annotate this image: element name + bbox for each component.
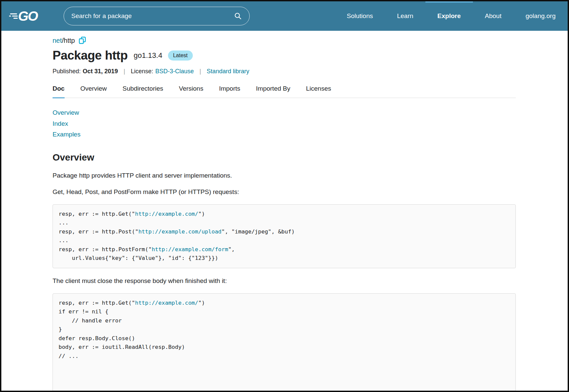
search-icon[interactable]	[234, 12, 242, 20]
code-url-link[interactable]: http://example.com/form	[152, 246, 228, 253]
tab-doc[interactable]: Doc	[53, 85, 65, 98]
code-text: resp, err := http.Get("	[59, 300, 135, 306]
code-text: resp, err := http.PostForm("	[59, 246, 152, 253]
code-text: resp, err := http.Post("	[59, 228, 138, 235]
code-text: ", "image/jpeg", &buf)	[222, 228, 295, 235]
breadcrumb-net-link[interactable]: net	[53, 37, 62, 44]
copy-path-icon[interactable]	[79, 36, 86, 44]
title-row: Package http go1.13.4 Latest	[53, 48, 516, 63]
package-meta: Published: Oct 31, 2019 | License: BSD-3…	[53, 68, 516, 75]
code-text: resp, err := http.Get("	[59, 211, 135, 217]
standard-library-link[interactable]: Standard library	[207, 68, 249, 75]
overview-heading: Overview	[53, 152, 516, 163]
breadcrumb: net/http	[53, 36, 516, 44]
package-version: go1.13.4	[134, 51, 162, 60]
code-text: defer resp.Body.Close()	[59, 335, 135, 341]
code-text: // ...	[59, 353, 79, 359]
code-text: ")	[198, 300, 205, 306]
go-logo-text: GO	[18, 9, 38, 23]
license-link[interactable]: BSD-3-Clause	[155, 68, 194, 75]
overview-paragraph-2: Get, Head, Post, and PostForm make HTTP …	[53, 188, 516, 196]
breadcrumb-current: /http	[62, 37, 75, 44]
code-text: ",	[228, 246, 235, 253]
tab-imports[interactable]: Imports	[219, 85, 240, 98]
page-title: Package http	[53, 48, 128, 63]
list-item: Examples	[53, 129, 516, 140]
list-item: Index	[53, 118, 516, 129]
toc-index-link[interactable]: Index	[53, 120, 68, 127]
published-label: Published:	[53, 68, 81, 75]
nav-item-golang-org[interactable]: golang.org	[513, 1, 559, 31]
code-block-2: resp, err := http.Get("http://example.co…	[53, 293, 516, 392]
tab-versions[interactable]: Versions	[179, 85, 204, 98]
code-text: url.Values{"key": {"Value"}, "id": {"123…	[59, 255, 218, 261]
tab-imported-by[interactable]: Imported By	[256, 85, 290, 98]
code-text: ...	[59, 237, 69, 243]
main-content: net/http Package http go1.13.4 Latest Pu…	[1, 31, 568, 392]
meta-separator: |	[124, 68, 125, 75]
go-logo-image: GO	[9, 9, 46, 23]
toc-overview-link[interactable]: Overview	[53, 109, 79, 116]
code-text: }	[59, 326, 62, 332]
top-navigation: GO Solutions Learn Explore About golang.…	[1, 1, 568, 31]
code-text: // handle error	[59, 317, 122, 324]
code-block-1: resp, err := http.Get("http://example.co…	[53, 204, 516, 268]
code-text: body, err := ioutil.ReadAll(resp.Body)	[59, 344, 185, 350]
tab-bar: Doc Overview Subdirectories Versions Imp…	[53, 85, 516, 98]
tab-licenses[interactable]: Licenses	[306, 85, 331, 98]
nav-item-learn[interactable]: Learn	[385, 1, 425, 31]
license-label: License:	[131, 68, 153, 75]
overview-paragraph-1: Package http provides HTTP client and se…	[53, 172, 516, 179]
meta-separator: |	[199, 68, 201, 75]
page-frame: GO Solutions Learn Explore About golang.…	[0, 0, 569, 392]
code-url-link[interactable]: http://example.com/upload	[138, 228, 221, 235]
published-date: Oct 31, 2019	[83, 68, 118, 75]
header-nav: Solutions Learn Explore About golang.org	[335, 1, 559, 31]
doc-outline: Overview Index Examples	[53, 107, 516, 140]
code-text: ...	[59, 219, 69, 226]
tab-overview[interactable]: Overview	[80, 85, 107, 98]
code-url-link[interactable]: http://example.com/	[135, 211, 198, 217]
code-url-link[interactable]: http://example.com/	[135, 300, 198, 306]
code-text: ")	[198, 211, 205, 217]
search-box	[64, 7, 250, 25]
latest-badge: Latest	[168, 51, 193, 61]
search-input[interactable]	[71, 12, 230, 20]
toc-examples-link[interactable]: Examples	[53, 131, 80, 138]
nav-item-about[interactable]: About	[473, 1, 514, 31]
nav-item-explore[interactable]: Explore	[425, 1, 473, 31]
code-text: if err != nil {	[59, 308, 108, 315]
overview-paragraph-3: The client must close the response body …	[53, 277, 516, 285]
nav-item-solutions[interactable]: Solutions	[335, 1, 385, 31]
go-logo[interactable]: GO	[9, 9, 46, 23]
list-item: Overview	[53, 107, 516, 118]
tab-subdirectories[interactable]: Subdirectories	[123, 85, 163, 98]
